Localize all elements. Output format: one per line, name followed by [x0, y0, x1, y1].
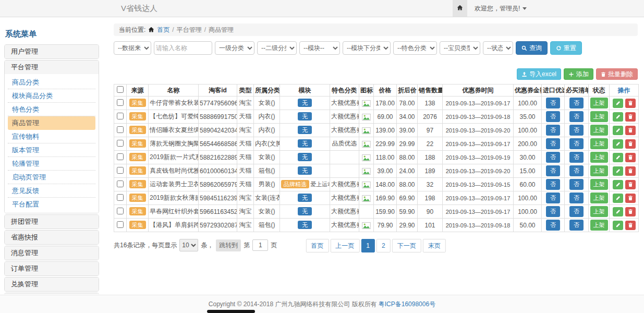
status-button[interactable]: 上架 — [590, 165, 608, 176]
delete-button[interactable] — [625, 153, 636, 162]
batch-delete-button[interactable]: 批量删除 — [596, 68, 638, 80]
page-button-next[interactable]: 下一页 — [392, 239, 421, 252]
status-button[interactable]: 上架 — [590, 192, 608, 203]
import-toggle-button[interactable]: 否 — [546, 98, 560, 109]
must-buy-toggle-button[interactable]: 否 — [569, 138, 584, 149]
page-button-2[interactable]: 2 — [376, 239, 391, 252]
edit-button[interactable] — [613, 126, 623, 135]
sidebar-item[interactable]: 启动页管理 — [8, 171, 95, 184]
delete-button[interactable] — [625, 221, 636, 230]
edit-button[interactable] — [613, 166, 623, 176]
item-type-select[interactable]: --宝贝类型-- — [440, 41, 480, 55]
feature-category-select[interactable]: --特色分类-- — [393, 41, 437, 55]
status-button[interactable]: 上架 — [590, 179, 608, 190]
page-button-1[interactable]: 1 — [361, 239, 375, 252]
sidebar-group-header[interactable]: 订单管理 — [5, 262, 99, 275]
row-checkbox[interactable] — [117, 140, 124, 147]
sidebar-item[interactable]: 特色分类 — [8, 103, 95, 116]
import-toggle-button[interactable]: 否 — [546, 192, 560, 203]
select-all-checkbox[interactable] — [117, 86, 124, 93]
import-toggle-button[interactable]: 否 — [546, 220, 560, 231]
must-buy-toggle-button[interactable]: 否 — [569, 98, 584, 109]
row-checkbox[interactable] — [117, 113, 124, 119]
horizontal-scrollbar-thumb[interactable] — [207, 310, 255, 313]
must-buy-toggle-button[interactable]: 否 — [569, 125, 584, 136]
home-button[interactable] — [453, 0, 467, 17]
row-checkbox[interactable] — [117, 126, 124, 133]
edit-button[interactable] — [613, 194, 623, 203]
page-button-prev[interactable]: 上一页 — [330, 239, 359, 252]
import-toggle-button[interactable]: 否 — [546, 179, 560, 190]
status-button[interactable]: 上架 — [590, 206, 608, 217]
reset-button[interactable]: 重置 — [550, 41, 582, 55]
page-button-first[interactable]: 首页 — [306, 239, 329, 252]
add-button[interactable]: 添加 — [564, 68, 593, 80]
row-checkbox[interactable] — [117, 180, 124, 187]
edit-button[interactable] — [613, 180, 623, 189]
sidebar-group-header[interactable]: 用户管理 — [5, 45, 99, 58]
level2-category-select[interactable]: --二级分类-- — [257, 41, 297, 55]
sidebar-item[interactable]: 版本管理 — [8, 143, 95, 157]
delete-button[interactable] — [625, 126, 636, 135]
delete-button[interactable] — [625, 194, 636, 203]
sidebar-group-header[interactable]: 省惠快报 — [5, 231, 99, 244]
search-button[interactable]: 查询 — [516, 41, 548, 55]
status-button[interactable]: 上架 — [590, 138, 608, 149]
module-sub-category-select[interactable]: --模块下分类-- — [343, 41, 391, 55]
sidebar-group-header[interactable]: 兑换管理 — [5, 278, 99, 291]
import-toggle-button[interactable]: 否 — [546, 111, 560, 122]
import-toggle-button[interactable]: 否 — [546, 125, 560, 136]
delete-button[interactable] — [625, 139, 636, 149]
edit-button[interactable] — [613, 207, 623, 216]
page-button-last[interactable]: 末页 — [423, 239, 446, 252]
sidebar-group-header[interactable]: 统计管理 — [5, 293, 99, 294]
must-buy-toggle-button[interactable]: 否 — [569, 206, 584, 217]
jump-page-input[interactable] — [252, 239, 268, 251]
sidebar-item[interactable]: 平台配置 — [8, 198, 95, 211]
row-checkbox[interactable] — [117, 167, 124, 174]
sidebar-group-header[interactable]: 拼团管理 — [5, 215, 99, 228]
status-button[interactable]: 上架 — [590, 220, 608, 231]
delete-button[interactable] — [625, 166, 636, 176]
user-menu[interactable]: 欢迎您，管理员! — [475, 4, 527, 13]
sidebar-item[interactable]: 商品分类 — [8, 76, 95, 89]
sidebar-item[interactable]: 轮播管理 — [8, 157, 95, 171]
icp-link[interactable]: 粤ICP备16098006号 — [379, 300, 435, 309]
delete-button[interactable] — [625, 99, 636, 108]
import-toggle-button[interactable]: 否 — [546, 138, 560, 149]
page-size-select[interactable]: 10 — [179, 239, 198, 251]
row-checkbox[interactable] — [117, 153, 124, 160]
must-buy-toggle-button[interactable]: 否 — [569, 152, 584, 163]
edit-button[interactable] — [613, 139, 623, 149]
status-button[interactable]: 上架 — [590, 125, 608, 136]
status-select[interactable]: --状态-- — [483, 41, 513, 55]
edit-button[interactable] — [613, 221, 623, 230]
delete-button[interactable] — [625, 112, 636, 122]
edit-button[interactable] — [613, 153, 623, 162]
status-button[interactable]: 上架 — [590, 152, 608, 163]
sidebar-item[interactable]: 意见反馈 — [8, 184, 95, 198]
edit-button[interactable] — [613, 112, 623, 122]
sidebar-item[interactable]: 模块商品分类 — [8, 89, 95, 103]
must-buy-toggle-button[interactable]: 否 — [569, 179, 584, 190]
name-input[interactable] — [154, 41, 212, 55]
import-excel-button[interactable]: 导入excel — [517, 68, 561, 80]
data-source-select[interactable]: --数据来源-- — [114, 41, 151, 55]
status-button[interactable]: 上架 — [590, 111, 608, 122]
module-select[interactable]: --模块-- — [299, 41, 340, 55]
row-checkbox[interactable] — [117, 194, 124, 201]
must-buy-toggle-button[interactable]: 否 — [569, 220, 584, 231]
row-checkbox[interactable] — [117, 221, 124, 228]
level1-category-select[interactable]: 一级分类 — [215, 41, 254, 55]
sidebar-item[interactable]: 商品管理 — [8, 116, 95, 130]
import-toggle-button[interactable]: 否 — [546, 206, 560, 217]
import-toggle-button[interactable]: 否 — [546, 152, 560, 163]
status-button[interactable]: 上架 — [590, 98, 608, 109]
must-buy-toggle-button[interactable]: 否 — [569, 192, 584, 203]
edit-button[interactable] — [613, 99, 623, 108]
breadcrumb-home-link[interactable]: 首页 — [157, 26, 169, 34]
must-buy-toggle-button[interactable]: 否 — [569, 111, 584, 122]
delete-button[interactable] — [625, 180, 636, 189]
must-buy-toggle-button[interactable]: 否 — [569, 165, 584, 176]
sidebar-item[interactable]: 宣传物料 — [8, 130, 95, 143]
